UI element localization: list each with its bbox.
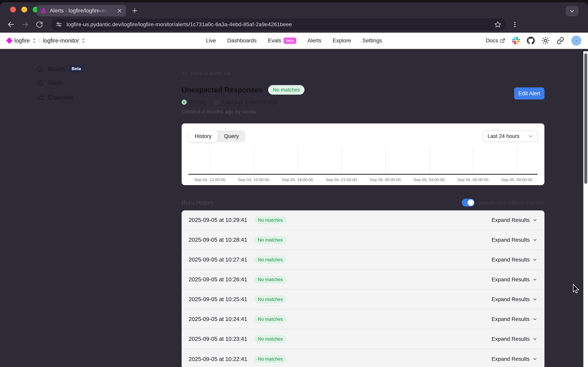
- run-status-badge: No matches: [254, 216, 287, 224]
- theme-sun-icon[interactable]: [542, 37, 549, 44]
- run-status-badge: No matches: [254, 335, 287, 343]
- bookmark-star-icon[interactable]: [494, 21, 501, 28]
- runs-list: 2025-09-05 at 10:29:41 No matches Expand…: [182, 210, 545, 367]
- beta-badge: Beta: [69, 65, 84, 73]
- new-tab-button[interactable]: [131, 7, 138, 14]
- expand-results-button[interactable]: Expand Results: [492, 257, 537, 263]
- reload-icon[interactable]: [36, 21, 43, 28]
- run-row: 2025-09-05 at 10:22:41 No matches Expand…: [182, 349, 545, 367]
- nav-item-live[interactable]: Live: [206, 37, 216, 44]
- run-timestamp: 2025-09-05 at 10:24:41: [189, 316, 247, 322]
- nav-item-dashboards[interactable]: Dashboards: [227, 37, 257, 44]
- mouse-cursor: [572, 284, 580, 294]
- sidebar-item-alerts[interactable]: Alerts: [37, 78, 84, 88]
- tab-history[interactable]: History: [188, 130, 218, 142]
- run-row: 2025-09-05 at 10:27:41 No matches Expand…: [182, 250, 545, 270]
- chevron-updown-icon[interactable]: [33, 38, 36, 43]
- window-controls: [10, 7, 39, 12]
- screen: Alerts · logfire/logfire-monitor: [0, 0, 588, 367]
- tab-search-button[interactable]: [566, 6, 578, 16]
- chart-tick-label: Sep 04, 18:00:00: [282, 177, 313, 182]
- include-runs-toggle[interactable]: [462, 199, 475, 207]
- chart-gridline: [210, 146, 210, 174]
- breadcrumb-separator: /: [39, 37, 40, 44]
- expand-results-button[interactable]: Expand Results: [492, 276, 537, 283]
- run-status-badge: No matches: [254, 355, 287, 363]
- github-icon[interactable]: [527, 37, 535, 44]
- nav-item-alerts[interactable]: Alerts: [307, 37, 321, 44]
- run-row: 2025-09-05 at 10:26:41 No matches Expand…: [182, 270, 545, 290]
- external-link-icon: [500, 38, 505, 43]
- beta-badge: beta: [283, 37, 296, 44]
- nav-actions: Docs: [486, 35, 581, 46]
- scrollbar-track[interactable]: [583, 51, 588, 367]
- expand-results-button[interactable]: Expand Results: [492, 237, 537, 243]
- chevron-down-icon: [528, 134, 533, 139]
- run-timestamp: 2025-09-05 at 10:27:41: [189, 257, 247, 263]
- tab-query[interactable]: Query: [218, 130, 245, 142]
- run-row: 2025-09-05 at 10:29:41 No matches Expand…: [182, 210, 545, 230]
- expand-results-label: Expand Results: [492, 217, 530, 223]
- run-row: 2025-09-05 at 10:24:41 No matches Expand…: [182, 309, 545, 329]
- run-timestamp: 2025-09-05 at 10:23:41: [189, 336, 247, 342]
- run-timestamp: 2025-09-05 at 10:22:41: [189, 356, 247, 362]
- expand-results-label: Expand Results: [492, 257, 530, 263]
- sidebar-item-channels[interactable]: Channels: [37, 93, 84, 102]
- chart-gridline: [429, 146, 430, 174]
- time-range-select[interactable]: Last 24 hours: [483, 131, 538, 142]
- url-text: logfire-us.pydantic.dev/logfire/logfire-…: [67, 21, 494, 28]
- url-bar[interactable]: logfire-us.pydantic.dev/logfire/logfire-…: [51, 18, 506, 31]
- browser-tab[interactable]: Alerts · logfire/logfire-monitor: [37, 5, 126, 16]
- org-switcher[interactable]: logfire: [14, 37, 30, 44]
- run-status-badge: No matches: [254, 295, 287, 303]
- chart-gridline: [385, 146, 386, 174]
- back-icon[interactable]: [7, 21, 15, 28]
- scrollbar-thumb[interactable]: [584, 53, 587, 184]
- minimize-window-button[interactable]: [21, 7, 27, 12]
- created-by-text: Created 3 months ago by nicola: [182, 109, 545, 115]
- run-status-badge: No matches: [254, 315, 287, 323]
- expand-results-button[interactable]: Expand Results: [492, 336, 537, 342]
- sidebar-item-issues[interactable]: Issues Beta: [37, 64, 84, 74]
- app-navbar: logfire / logfire-monitor Live Dashboard…: [0, 33, 588, 49]
- docs-link[interactable]: Docs: [486, 37, 505, 44]
- nav-item-settings[interactable]: Settings: [362, 37, 382, 44]
- back-to-alerts-link[interactable]: Back to alerts list: [182, 70, 545, 76]
- run-timestamp: 2025-09-05 at 10:28:41: [189, 237, 247, 243]
- run-timestamp: 2025-09-05 at 10:25:41: [189, 296, 247, 302]
- chart-tick-label: Sep 05, 09:00:00: [501, 177, 532, 182]
- arrow-left-icon: [182, 70, 188, 76]
- nav-item-evals[interactable]: Evalsbeta: [268, 37, 296, 44]
- chart-tick-label: Sep 04, 12:00:00: [194, 177, 225, 182]
- tab-title: Alerts · logfire/logfire-monitor: [50, 8, 110, 14]
- close-tab-icon[interactable]: [117, 8, 122, 14]
- browser-menu-icon[interactable]: [511, 21, 518, 28]
- logfire-favicon-icon: [41, 8, 47, 14]
- expand-results-label: Expand Results: [492, 237, 530, 243]
- slack-icon[interactable]: [512, 37, 520, 44]
- logfire-logo-icon: [6, 37, 13, 44]
- expand-results-button[interactable]: Expand Results: [492, 356, 537, 362]
- runs-history-heading: Runs History: [182, 200, 214, 206]
- chevron-updown-icon[interactable]: [82, 38, 85, 43]
- user-avatar[interactable]: -: [571, 35, 581, 46]
- alert-meta: Active Last run 1 minute ago: [182, 99, 545, 105]
- chevron-down-icon: [532, 297, 537, 302]
- chart-tick-label: Sep 05, 00:00:00: [370, 177, 401, 182]
- nav-item-explore[interactable]: Explore: [333, 37, 351, 44]
- edit-alert-button[interactable]: Edit Alert: [514, 87, 545, 100]
- expand-results-button[interactable]: Expand Results: [492, 296, 537, 302]
- chevron-down-icon: [532, 317, 537, 322]
- expand-results-button[interactable]: Expand Results: [492, 316, 537, 322]
- close-window-button[interactable]: [10, 7, 16, 12]
- chart-tick-label: Sep 05, 06:00:00: [457, 177, 488, 182]
- active-status: Active: [182, 99, 205, 105]
- forward-icon[interactable]: [21, 21, 29, 28]
- tab-strip: Alerts · logfire/logfire-monitor: [0, 2, 588, 16]
- browser-toolbar: logfire-us.pydantic.dev/logfire/logfire-…: [0, 16, 588, 33]
- share-link-icon[interactable]: [556, 37, 564, 44]
- run-timestamp: 2025-09-05 at 10:29:41: [189, 217, 247, 223]
- site-settings-icon[interactable]: [56, 21, 62, 28]
- expand-results-button[interactable]: Expand Results: [492, 217, 537, 223]
- project-switcher[interactable]: logfire-monitor: [43, 37, 79, 44]
